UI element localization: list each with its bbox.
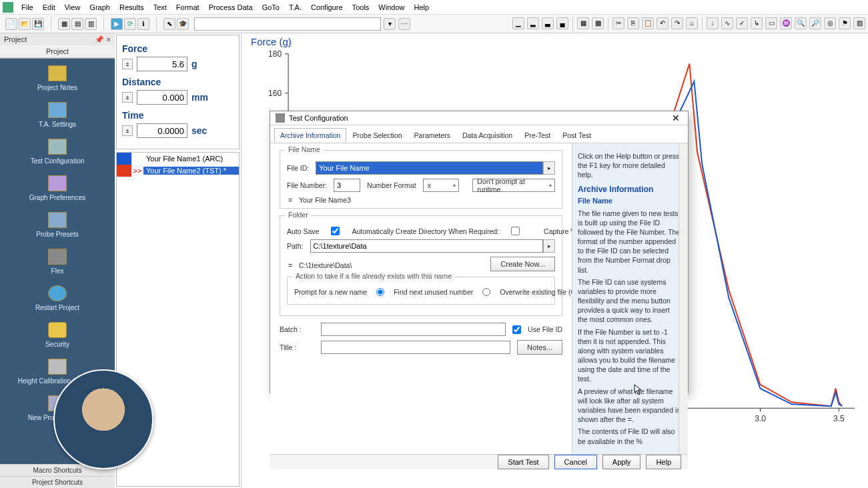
- menu-process-data[interactable]: Process Data: [205, 2, 257, 13]
- expand-path-icon[interactable]: =: [287, 261, 294, 269]
- tb-grad-icon[interactable]: 🎓: [177, 18, 189, 30]
- tb-down-icon[interactable]: ↓: [707, 17, 719, 29]
- project-item-graph-preferences[interactable]: Graph Preferences: [29, 175, 86, 201]
- distance-input[interactable]: [137, 90, 187, 105]
- tb-axis-icon[interactable]: ↳: [751, 17, 763, 29]
- distance-lock-icon[interactable]: ±: [122, 92, 133, 103]
- tb-check-icon[interactable]: ✓: [736, 17, 748, 29]
- tb-grid2-icon[interactable]: ▩: [592, 17, 604, 29]
- tb-undo-icon[interactable]: ↶: [657, 17, 669, 29]
- tb-dropdown[interactable]: [194, 17, 381, 31]
- auto-save-checkbox[interactable]: [331, 227, 340, 235]
- project-item-restart-project[interactable]: Restart Project: [35, 285, 79, 311]
- project-footer-shortcuts[interactable]: Project Shortcuts: [0, 476, 115, 488]
- tb-scale-icon[interactable]: ♒: [780, 17, 792, 29]
- project-pin-icon[interactable]: 📌: [95, 35, 104, 44]
- tab-archive-information[interactable]: Archive Information: [274, 128, 346, 143]
- project-item-flex[interactable]: Flex: [48, 249, 67, 275]
- tb-home-icon[interactable]: ⌂: [686, 17, 698, 29]
- project-item-security[interactable]: Security: [45, 322, 69, 348]
- menu-goto[interactable]: GoTo: [258, 2, 284, 13]
- use-file-id-checkbox[interactable]: [512, 325, 521, 334]
- project-item-test-configuration[interactable]: Test Configuration: [31, 139, 85, 165]
- project-item-project-notes[interactable]: Project Notes: [37, 65, 77, 91]
- force-input[interactable]: [137, 57, 187, 71]
- create-now-button[interactable]: Create Now...: [490, 257, 555, 271]
- tb-grid1-icon[interactable]: ▦: [577, 17, 589, 29]
- menu-format[interactable]: Format: [172, 2, 203, 13]
- auto-create-checkbox[interactable]: [511, 227, 520, 235]
- time-input[interactable]: [137, 123, 187, 138]
- tb-open-icon[interactable]: 📂: [19, 18, 31, 30]
- tb-redo-icon[interactable]: ↷: [671, 17, 683, 29]
- tb-chart2-icon[interactable]: ▂: [527, 17, 539, 29]
- tab-data-acquisition[interactable]: Data Acquisition: [456, 128, 518, 143]
- tb-cut-icon[interactable]: ✂: [612, 17, 624, 29]
- tb-pointer-icon[interactable]: ⬉: [163, 18, 175, 30]
- project-close-icon[interactable]: ×: [107, 35, 111, 44]
- path-input[interactable]: [310, 239, 543, 253]
- tb-dropdown-aux1-icon[interactable]: ▾: [384, 18, 396, 30]
- menu-edit[interactable]: Edit: [39, 2, 59, 13]
- path-menu-icon[interactable]: ▸: [543, 239, 555, 253]
- action-next-radio[interactable]: [482, 288, 490, 296]
- tb-macro2-icon[interactable]: ▤: [71, 18, 83, 30]
- menu-tools[interactable]: Tools: [348, 2, 374, 13]
- batch-input[interactable]: [321, 323, 506, 336]
- menu-help[interactable]: Help: [410, 2, 433, 13]
- title-input[interactable]: [321, 341, 510, 354]
- menu-graph[interactable]: Graph: [85, 2, 114, 13]
- menu-window[interactable]: Window: [374, 2, 408, 13]
- tb-macro1-icon[interactable]: ▦: [58, 18, 70, 30]
- tb-paste-icon[interactable]: 📋: [642, 17, 654, 29]
- tb-copy-icon[interactable]: ⎘: [627, 17, 639, 29]
- file-number-input[interactable]: [334, 179, 360, 192]
- expand-preview-icon[interactable]: =: [287, 196, 294, 204]
- runtime-prompt-dropdown[interactable]: Don't prompt at runtime: [472, 179, 555, 192]
- tb-wave-icon[interactable]: ∿: [721, 17, 733, 29]
- tb-macro3-icon[interactable]: ▥: [85, 18, 97, 30]
- tab-probe-selection[interactable]: Probe Selection: [346, 128, 408, 143]
- tb-color-icon[interactable]: ▧: [853, 17, 865, 29]
- tab-post-test[interactable]: Post Test: [556, 128, 597, 143]
- file-id-menu-icon[interactable]: ▸: [543, 161, 555, 175]
- tb-dropdown-aux2-icon[interactable]: ⋯: [398, 18, 410, 30]
- tb-target-icon[interactable]: ◎: [824, 17, 836, 29]
- tb-new-icon[interactable]: 📄: [5, 18, 17, 30]
- help-scrollbar[interactable]: [679, 143, 688, 454]
- tab-parameters[interactable]: Parameters: [408, 128, 456, 143]
- notes-button[interactable]: Notes...: [517, 340, 562, 355]
- help-button[interactable]: Help: [646, 455, 681, 469]
- tb-info-icon[interactable]: ℹ: [137, 18, 149, 30]
- menu-text[interactable]: Text: [149, 2, 171, 13]
- number-format-dropdown[interactable]: x: [423, 179, 460, 192]
- tb-zoom-in-icon[interactable]: 🔍: [795, 17, 807, 29]
- tb-save-icon[interactable]: 💾: [32, 18, 44, 30]
- menu-ta[interactable]: T.A.: [285, 2, 306, 13]
- tb-zoom-out-icon[interactable]: 🔎: [809, 17, 821, 29]
- cancel-button[interactable]: Cancel: [554, 455, 597, 469]
- menu-file[interactable]: File: [17, 2, 37, 13]
- menu-configure[interactable]: Configure: [307, 2, 347, 13]
- file-id-input[interactable]: [316, 161, 543, 175]
- menu-view[interactable]: View: [61, 2, 85, 13]
- menu-results[interactable]: Results: [115, 2, 148, 13]
- tb-chart3-icon[interactable]: ▃: [542, 17, 554, 29]
- tb-flag-icon[interactable]: ⚑: [839, 17, 851, 29]
- tab-pre-test[interactable]: Pre-Test: [518, 128, 556, 143]
- project-item-probe-presets[interactable]: Probe Presets: [36, 212, 78, 238]
- tb-chart4-icon[interactable]: ▄: [556, 17, 568, 29]
- project-item-t-a-settings[interactable]: T.A. Settings: [39, 102, 76, 128]
- action-prompt-radio[interactable]: [376, 288, 384, 296]
- tb-run-icon[interactable]: ▶: [111, 18, 123, 30]
- dialog-close-icon[interactable]: ✕: [669, 111, 683, 125]
- time-lock-icon[interactable]: ±: [122, 125, 133, 136]
- start-test-button[interactable]: Start Test: [498, 455, 548, 469]
- tb-chart1-icon[interactable]: ▁: [512, 17, 524, 29]
- force-lock-icon[interactable]: ±: [122, 59, 133, 69]
- apply-button[interactable]: Apply: [602, 455, 641, 469]
- file-row[interactable]: >> Your File Name2 (TST) *: [117, 165, 239, 177]
- file-row[interactable]: Your File Name1 (ARC): [117, 153, 239, 165]
- tb-window-icon[interactable]: ▭: [765, 17, 777, 29]
- tb-refresh-icon[interactable]: ⟳: [124, 18, 136, 30]
